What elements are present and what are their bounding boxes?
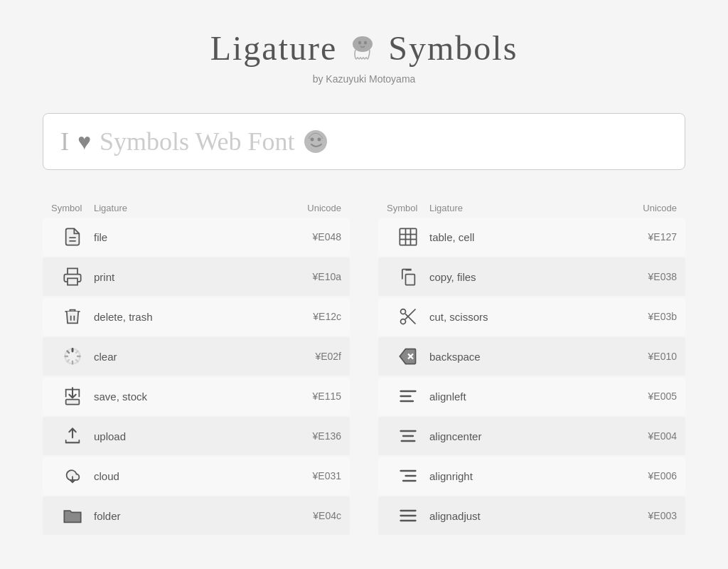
table-row: table, cell ¥E127 [378,218,685,256]
table-row: folder ¥E04c [43,496,350,535]
ligature-alignright: alignright [429,470,620,482]
table-row: aligncenter ¥E004 [378,417,685,455]
svg-point-3 [304,130,327,153]
table-row: print ¥E10a [43,257,350,296]
svg-point-2 [364,41,367,44]
table-row: delete, trash ¥E12c [43,297,350,336]
right-table: Symbol Ligature Unicode table, cell ¥E12… [378,198,685,536]
symbol-trash [51,307,94,326]
smiley-icon [303,129,328,154]
svg-line-15 [76,360,78,362]
svg-line-17 [68,360,70,362]
unicode-trash: ¥E12c [284,311,341,322]
search-label: Symbols Web Font [100,127,294,156]
symbol-scissors [387,307,429,326]
unicode-aligncenter: ¥E004 [620,430,677,442]
search-box-text: I ♥ Symbols Web Font [60,127,328,156]
unicode-alignleft: ¥E005 [620,390,677,402]
table-row: alignright ¥E006 [378,457,685,495]
symbol-alignleft [387,386,429,406]
symbol-aligncenter [387,426,429,446]
table-row: file ¥E048 [43,218,350,256]
title-prefix: Ligature [210,28,338,68]
table-row: copy, files ¥E038 [378,257,685,296]
right-col-unicode: Unicode [620,203,677,213]
unicode-save: ¥E115 [284,390,341,402]
subtitle: by Kazuyuki Motoyama [43,73,685,85]
ligature-alignadjust: alignadjust [429,510,620,522]
ligature-save: save, stock [94,390,284,403]
table-row: upload ¥E136 [43,417,350,455]
symbol-backspace [387,346,429,366]
svg-point-5 [318,138,321,142]
search-box: I ♥ Symbols Web Font [43,113,685,170]
unicode-scissors: ¥E03b [620,311,677,322]
svg-line-30 [405,309,415,319]
symbol-folder [51,506,94,526]
symbol-table [387,227,429,247]
ligature-folder: folder [94,510,284,522]
table-row: alignadjust ¥E003 [378,496,685,535]
right-table-header: Symbol Ligature Unicode [378,198,685,218]
left-col-symbol: Symbol [51,203,94,213]
symbol-cloud [51,466,94,486]
table-row: cut, scissors ¥E03b [378,297,685,336]
table-row: save, stock ¥E115 [43,377,350,415]
ligature-file: file [94,231,284,243]
symbol-file [51,227,94,247]
title-suffix: Symbols [388,28,518,68]
unicode-alignadjust: ¥E003 [620,510,677,521]
symbol-copy [387,267,429,287]
ligature-cloud: cloud [94,470,284,482]
unicode-cloud: ¥E031 [284,470,341,482]
left-table: Symbol Ligature Unicode file ¥E048 [43,198,350,536]
unicode-backspace: ¥E010 [620,351,677,362]
table-row: alignleft ¥E005 [378,377,685,415]
table-row: backspace ¥E010 [378,337,685,376]
svg-rect-8 [68,278,77,284]
svg-point-0 [353,36,373,52]
unicode-file: ¥E048 [284,231,341,243]
unicode-folder: ¥E04c [284,510,341,521]
tables-container: Symbol Ligature Unicode file ¥E048 [43,198,685,536]
ligature-upload: upload [94,430,284,442]
symbol-save [51,386,94,406]
svg-point-28 [401,309,406,314]
svg-line-29 [405,314,415,324]
symbol-upload [51,426,94,446]
svg-rect-18 [66,400,80,405]
unicode-alignright: ¥E006 [620,470,677,482]
ligature-copy: copy, files [429,271,620,283]
ligature-scissors: cut, scissors [429,311,620,323]
svg-rect-25 [406,275,415,285]
svg-rect-20 [400,228,416,245]
symbol-alignright [387,466,429,486]
unicode-upload: ¥E136 [284,430,341,442]
right-col-symbol: Symbol [387,203,429,213]
page-wrapper: Ligature Symbols by Kazuyuki Motoyama I … [0,0,728,565]
ligature-clear: clear [94,351,284,363]
svg-point-4 [311,138,314,142]
ligature-backspace: backspace [429,351,620,363]
right-col-ligature: Ligature [429,203,620,213]
symbol-print [51,267,94,287]
table-row: clear ¥E02f [43,337,350,376]
search-heart-icon: ♥ [77,129,91,155]
page-title: Ligature Symbols [43,28,685,68]
left-table-header: Symbol Ligature Unicode [43,198,350,218]
left-col-ligature: Ligature [94,203,284,213]
ligature-trash: delete, trash [94,311,284,323]
unicode-table: ¥E127 [620,231,677,243]
svg-line-14 [68,351,70,353]
ligature-aligncenter: aligncenter [429,430,620,442]
ligature-table: table, cell [429,231,620,243]
jellyfish-icon [346,31,380,65]
page-header: Ligature Symbols by Kazuyuki Motoyama [43,28,685,85]
svg-point-1 [358,41,361,44]
ligature-print: print [94,271,284,283]
symbol-alignadjust [387,506,429,526]
unicode-print: ¥E10a [284,271,341,282]
svg-point-27 [401,319,406,324]
search-text-i: I [60,127,69,156]
svg-line-16 [76,351,78,353]
